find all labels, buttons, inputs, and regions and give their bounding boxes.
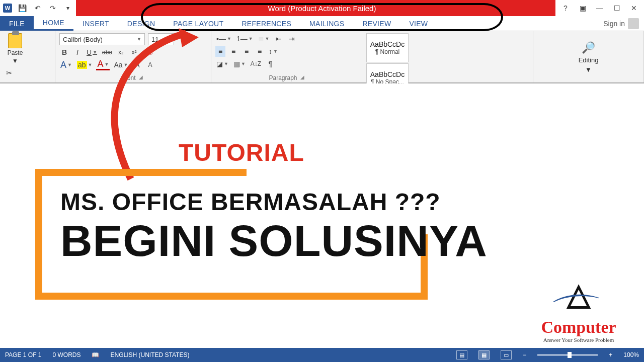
maximize-button[interactable]: ☐ [612,3,622,14]
line-spacing-button[interactable]: ↕▼ [268,46,279,57]
overlay-headline: MS. OFFICE BERMASALAH ??? BEGINI SOLUSIN… [35,174,508,277]
paste-label: Paste [8,49,23,56]
view-print-button[interactable]: ▦ [478,350,490,359]
clear-formatting-button[interactable]: A◇ [142,47,154,58]
style-nospacing-preview: AaBbCcDc [370,70,405,78]
zoom-out-button[interactable]: − [523,351,526,358]
editing-dropdown[interactable]: ▼ [585,66,592,73]
change-case-button[interactable]: Aa▼ [113,59,129,70]
channel-logo: △ ⌒ Computer Answer Your Software Proble… [528,286,629,343]
group-paragraph: ▪—▼ 1—▼ ≣▼ ⇤ ⇥ ≡ ≡ ≡ ≡ ↕▼ ◪▼ ▦▼ A↓Z ¶ Pa… [211,31,362,82]
font-name-value: Calibri (Body) [63,36,103,43]
user-avatar-icon [628,18,639,29]
shrink-font-button[interactable]: A [145,59,155,70]
tab-review[interactable]: REVIEW [353,16,400,31]
overlay-tutorial-label: TUTORIAL [179,139,304,166]
help-button[interactable]: ? [560,3,571,14]
grow-font-button[interactable]: A [132,59,142,70]
align-right-button[interactable]: ≡ [242,46,252,57]
zoom-in-button[interactable]: + [609,351,612,358]
sign-in-label: Sign in [603,20,625,28]
overlay-frame [35,293,428,300]
superscript-button[interactable]: x² [129,47,139,58]
close-button[interactable]: ✕ [629,3,639,14]
font-size-value: 11 [151,36,158,43]
font-launcher[interactable]: ◢ [139,74,143,81]
shading-button[interactable]: ◪▼ [215,58,229,69]
font-size-combo[interactable]: 11▼ [148,33,174,45]
tab-design[interactable]: DESIGN [118,16,164,31]
text-effects-button[interactable]: A▼ [59,59,73,70]
tab-page-layout[interactable]: PAGE LAYOUT [164,16,232,31]
style-normal[interactable]: AaBbCcDc ¶ Normal [366,33,409,62]
word-app-icon: W [3,4,12,13]
undo-button[interactable]: ↶ [33,3,43,14]
bold-button[interactable]: B [59,47,69,58]
style-normal-preview: AaBbCcDc [370,40,405,48]
redo-button[interactable]: ↷ [48,3,58,14]
status-bar: PAGE 1 OF 1 0 WORDS 📖 ENGLISH (UNITED ST… [0,348,644,362]
subscript-button[interactable]: x₂ [116,47,126,58]
multilevel-button[interactable]: ≣▼ [257,33,271,44]
increase-indent-button[interactable]: ⇥ [287,33,297,44]
overlay-line2: BEGINI SOLUSINYA [60,219,488,263]
status-words[interactable]: 0 WORDS [52,351,80,358]
align-center-button[interactable]: ≡ [228,46,238,57]
zoom-thumb[interactable] [568,352,572,358]
paste-icon [8,33,22,48]
tab-mailings[interactable]: MAILINGS [300,16,353,31]
zoom-level[interactable]: 100% [623,351,639,358]
ribbon-options-button[interactable]: ▣ [578,3,588,14]
minimize-button[interactable]: — [595,3,605,14]
highlight-button[interactable]: ab▼ [76,59,94,70]
tab-home[interactable]: HOME [34,16,73,31]
decrease-indent-button[interactable]: ⇤ [274,33,284,44]
group-clipboard: Paste ▼ ✂ ⧉ 🖌 Clipboard ◢ [0,31,55,82]
font-color-button[interactable]: A▼ [96,59,110,70]
underline-button[interactable]: U▼ [86,47,98,58]
sort-button[interactable]: A↓Z [250,58,262,69]
window-controls: ? ▣ — ☐ ✕ [555,0,644,16]
cut-button[interactable]: ✂ [4,67,14,78]
customize-qat-button[interactable]: ▾ [63,3,73,14]
view-web-button[interactable]: ▭ [501,350,512,359]
window-title: Word (Product Activation Failed) [0,4,644,13]
ribbon: Paste ▼ ✂ ⧉ 🖌 Clipboard ◢ Calibri (Body)… [0,31,644,83]
status-proof-icon[interactable]: 📖 [92,351,99,358]
save-button[interactable]: 💾 [17,3,28,14]
tab-file[interactable]: FILE [0,16,34,31]
align-left-button[interactable]: ≡ [215,46,225,57]
zoom-slider[interactable] [537,354,598,356]
group-font: Calibri (Body)▼ 11▼ B I U▼ abc x₂ x² A◇ … [55,31,211,82]
numbering-button[interactable]: 1—▼ [235,33,254,44]
view-read-button[interactable]: ▤ [456,350,467,359]
paragraph-launcher[interactable]: ◢ [300,74,304,81]
group-editing-label: Editing [579,56,599,64]
group-editing: 🔎 Editing ▼ [533,31,644,82]
sign-in-link[interactable]: Sign in [598,16,644,31]
tab-insert[interactable]: INSERT [73,16,118,31]
strikethrough-button[interactable]: abc [101,47,113,58]
justify-button[interactable]: ≡ [255,46,265,57]
paste-button[interactable]: Paste ▼ [4,33,26,64]
tab-references[interactable]: REFERENCES [232,16,300,31]
document-area[interactable]: TUTORIAL MS. OFFICE BERMASALAH ??? BEGIN… [0,83,644,348]
italic-button[interactable]: I [72,47,83,58]
borders-button[interactable]: ▦▼ [232,58,247,69]
style-normal-name: ¶ Normal [375,48,399,55]
find-icon[interactable]: 🔎 [582,41,595,54]
font-name-combo[interactable]: Calibri (Body)▼ [59,33,145,45]
status-page[interactable]: PAGE 1 OF 1 [5,351,41,358]
ribbon-tabs: FILE HOME INSERT DESIGN PAGE LAYOUT REFE… [0,16,644,31]
title-bar: W 💾 ↶ ↷ ▾ Word (Product Activation Faile… [0,0,644,16]
group-paragraph-label: Paragraph [269,74,297,81]
overlay-line1: MS. OFFICE BERMASALAH ??? [60,188,488,216]
logo-subtext: Answer Your Software Problem [528,337,629,343]
bullets-button[interactable]: ▪—▼ [215,33,232,44]
show-marks-button[interactable]: ¶ [265,58,275,69]
group-font-label: Font [123,74,135,81]
status-language[interactable]: ENGLISH (UNITED STATES) [110,351,189,358]
group-styles: AaBbCcDc ¶ Normal AaBbCcDc ¶ No Spac... … [362,31,533,82]
quick-access-toolbar: W 💾 ↶ ↷ ▾ [0,0,76,16]
tab-view[interactable]: VIEW [400,16,437,31]
